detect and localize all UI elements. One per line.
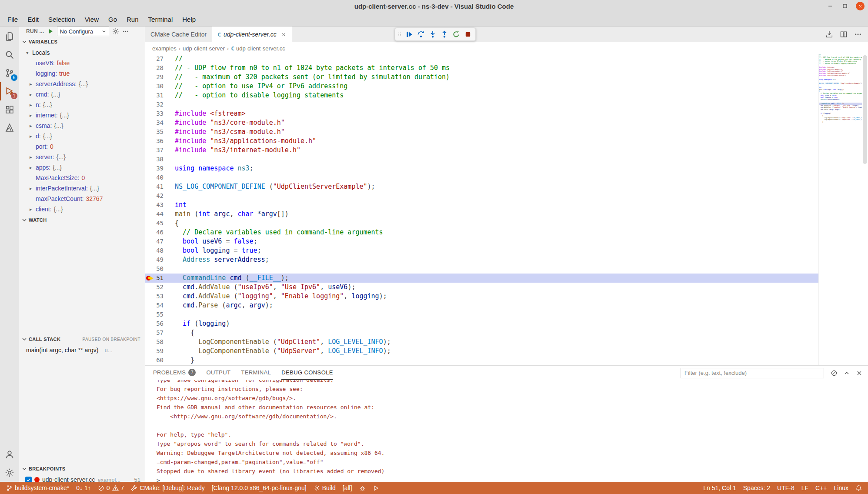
variable-maxpacketcount[interactable]: maxPacketCount:32767 xyxy=(19,194,145,204)
maximize-button[interactable] xyxy=(841,2,849,10)
continue-button[interactable] xyxy=(403,28,415,40)
line-number[interactable]: 41 xyxy=(155,182,164,191)
line-number[interactable]: 36 xyxy=(155,137,164,146)
status-cmake-target[interactable]: [all] xyxy=(339,482,356,494)
line-number[interactable]: 40 xyxy=(155,173,164,182)
menu-file[interactable]: File xyxy=(3,12,23,26)
line-number[interactable]: 48 xyxy=(155,246,164,255)
variable-interpacketinterval[interactable]: ▸interPacketInterval:{...} xyxy=(19,183,145,194)
activitybar-explorer[interactable] xyxy=(0,27,19,46)
code-line[interactable]: 50 xyxy=(145,264,818,274)
line-number[interactable]: 55 xyxy=(155,310,164,319)
breakpoints-header[interactable]: BREAKPOINTS xyxy=(19,463,145,474)
variables-header[interactable]: VARIABLES xyxy=(19,36,145,47)
drag-handle-icon[interactable] xyxy=(397,31,402,38)
code-line[interactable]: 52 cmd.AddValue ("useIpv6", "Use Ipv6", … xyxy=(145,283,818,292)
code-line[interactable]: 28// - UDP flow from n0 to n1 of 1024 by… xyxy=(145,63,818,73)
variable-internet[interactable]: ▸internet:{...} xyxy=(19,110,145,120)
code-editor[interactable]: 27//28// - UDP flow from n0 to n1 of 102… xyxy=(145,54,868,365)
variable-cmd[interactable]: ▸cmd:{...} xyxy=(19,89,145,100)
code-line[interactable]: 39using namespace ns3; xyxy=(145,164,818,173)
line-number[interactable]: 53 xyxy=(155,292,164,301)
code-line[interactable]: 44main (int argc, char *argv[]) xyxy=(145,210,818,219)
code-line[interactable]: 60 } xyxy=(145,356,818,365)
status-cmake-debug[interactable] xyxy=(356,482,369,494)
debug-settings-gear-icon[interactable] xyxy=(112,28,119,35)
code-line[interactable]: 32 xyxy=(145,100,818,109)
menu-run[interactable]: Run xyxy=(122,12,144,26)
step-into-button[interactable] xyxy=(427,28,438,40)
menu-edit[interactable]: Edit xyxy=(23,12,43,26)
line-number[interactable]: 31 xyxy=(155,91,164,100)
line-number[interactable]: 59 xyxy=(155,347,164,356)
line-number[interactable]: 30 xyxy=(155,82,164,91)
code-line[interactable]: 36#include "ns3/applications-module.h" xyxy=(145,137,818,146)
line-number[interactable]: 54 xyxy=(155,301,164,310)
open-editors-icon[interactable] xyxy=(825,30,833,38)
watch-header[interactable]: WATCH xyxy=(19,214,145,226)
variable-n[interactable]: ▸n:{...} xyxy=(19,100,145,110)
code-line[interactable]: 38 xyxy=(145,155,818,164)
menu-view[interactable]: View xyxy=(80,12,103,26)
panel-tab-debug-console[interactable]: DEBUG CONSOLE xyxy=(281,366,333,380)
line-number[interactable]: 49 xyxy=(155,255,164,264)
breadcrumb-item-examples[interactable]: examples xyxy=(152,45,177,52)
debug-console-output[interactable]: Type "show configuration" for configurat… xyxy=(145,380,868,482)
editor-scrollbar[interactable] xyxy=(862,54,868,365)
line-number[interactable]: 29 xyxy=(155,73,164,82)
activitybar-cmake-tools[interactable] xyxy=(0,119,19,137)
activitybar-source-control[interactable]: 6 xyxy=(0,64,19,82)
line-number[interactable]: 38 xyxy=(155,155,164,164)
status-cmake-build[interactable]: Build xyxy=(310,482,339,494)
variable-csma[interactable]: ▸csma:{...} xyxy=(19,120,145,131)
line-number[interactable]: 60 xyxy=(155,356,164,365)
line-number[interactable]: 43 xyxy=(155,200,164,210)
status-os-indicator[interactable]: Linux xyxy=(831,482,852,494)
line-number[interactable]: 33 xyxy=(155,109,164,118)
status-notifications[interactable] xyxy=(852,482,865,494)
stack-frame[interactable]: main(int argc, char ** argv)u... xyxy=(19,345,145,355)
code-line[interactable]: 45{ xyxy=(145,219,818,228)
line-number[interactable]: 32 xyxy=(155,100,164,109)
step-over-button[interactable] xyxy=(415,28,427,40)
line-number[interactable]: 51 xyxy=(155,274,164,283)
line-number[interactable]: 57 xyxy=(155,328,164,337)
status-indentation[interactable]: Spaces: 2 xyxy=(740,482,774,494)
line-number[interactable]: 39 xyxy=(155,164,164,173)
line-number[interactable]: 35 xyxy=(155,127,164,137)
status-cmake-launch[interactable] xyxy=(369,482,383,494)
code-line[interactable]: 53 cmd.AddValue ("logging", "Enable logg… xyxy=(145,292,818,301)
line-number[interactable]: 52 xyxy=(155,283,164,292)
code-line[interactable]: 58 LogComponentEnable ("UdpClient", LOG_… xyxy=(145,337,818,347)
activitybar-extensions[interactable] xyxy=(0,100,19,119)
callstack-header[interactable]: CALL STACK PAUSED ON BREAKPOINT xyxy=(19,334,145,345)
line-number[interactable]: 44 xyxy=(155,210,164,219)
status-eol[interactable]: LF xyxy=(798,482,812,494)
step-out-button[interactable] xyxy=(438,28,450,40)
activitybar-run-and-debug[interactable]: 1 xyxy=(0,82,19,100)
breadcrumb-item-udp-client-server[interactable]: udp-client-server xyxy=(183,45,225,52)
stop-button[interactable] xyxy=(462,28,474,40)
maximize-panel-icon[interactable] xyxy=(843,370,850,377)
line-number[interactable]: 50 xyxy=(155,264,164,274)
code-line[interactable]: 46 // Declare variables used in command-… xyxy=(145,228,818,237)
code-line[interactable]: 49 Address serverAddress; xyxy=(145,255,818,264)
code-line[interactable]: 57 { xyxy=(145,328,818,337)
variable-usev6[interactable]: useV6:false xyxy=(19,58,145,68)
close-icon[interactable] xyxy=(281,32,287,37)
code-line[interactable]: 34#include "ns3/core-module.h" xyxy=(145,118,818,127)
code-line[interactable]: 30// - option to use IPv4 or IPv6 addres… xyxy=(145,82,818,91)
code-line[interactable]: 37#include "ns3/internet-module.h" xyxy=(145,146,818,155)
code-line[interactable]: 56 if (logging) xyxy=(145,319,818,328)
line-number[interactable]: 27 xyxy=(155,54,164,63)
menu-help[interactable]: Help xyxy=(177,12,200,26)
line-number[interactable]: 28 xyxy=(155,63,164,73)
code-line[interactable]: 48 bool logging = true; xyxy=(145,246,818,255)
activitybar-search[interactable] xyxy=(0,46,19,64)
variable-serveraddress[interactable]: ▸serverAddress:{...} xyxy=(19,79,145,89)
split-editor-icon[interactable] xyxy=(840,30,848,38)
line-number[interactable]: 56 xyxy=(155,319,164,328)
line-number[interactable]: 37 xyxy=(155,146,164,155)
restart-button[interactable] xyxy=(450,28,462,40)
code-line[interactable]: 41NS_LOG_COMPONENT_DEFINE ("UdpClientSer… xyxy=(145,182,818,191)
